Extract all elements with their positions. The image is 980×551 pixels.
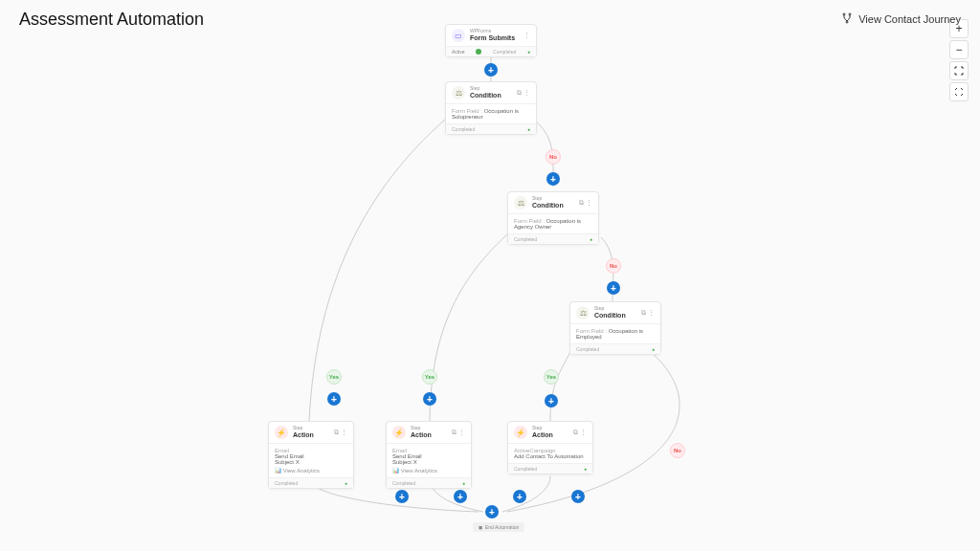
condition-node-2[interactable]: ⚖ Step Condition ⧉⋮ Form Field : Occupat… [507,191,599,245]
action2-analytics[interactable]: View Analytics [401,468,437,474]
cond1-footer: Completed [452,126,475,132]
add-step-button[interactable]: + [607,281,620,295]
add-step-button[interactable]: + [545,394,558,408]
kebab-icon[interactable]: ⋮ [458,429,465,436]
view-contact-journey-button[interactable]: View Contact Journey [841,12,961,26]
yes-badge: Yes [326,369,342,385]
no-badge: No [546,149,561,165]
yes-badge: Yes [544,369,559,385]
page-title: Assessment Automation [19,10,204,30]
kebab-icon[interactable]: ⋮ [341,429,347,436]
svg-point-0 [843,13,845,15]
kebab-icon[interactable]: ⋮ [648,309,655,317]
cond2-title: Condition [532,202,564,209]
action3-line1: Add Contact To Automation [514,453,587,459]
action-node-2[interactable]: ⚡ Step Action ⧉⋮ Email Send Email Subjec… [386,421,472,489]
condition-node-3[interactable]: ⚖ Step Condition ⧉⋮ Form Field : Occupat… [569,301,661,355]
action-node-3[interactable]: ⚡ Step Action ⧉⋮ ActiveCampaign Add Cont… [507,421,593,474]
scale-icon: ⚖ [576,306,590,320]
bolt-icon: ⚡ [514,426,527,439]
action2-title: Action [411,431,432,439]
action-node-1[interactable]: ⚡ Step Action ⧉⋮ Email Send Email Subjec… [268,421,354,489]
copy-icon[interactable]: ⧉ [517,89,522,97]
add-step-button[interactable]: + [484,63,498,77]
no-badge: No [606,258,621,274]
action2-line2: Subject X [392,459,465,465]
action1-analytics[interactable]: View Analytics [283,468,320,474]
kebab-icon[interactable]: ⋮ [586,199,592,207]
yes-badge: Yes [422,369,437,385]
kebab-icon[interactable]: ⋮ [523,89,530,97]
cond3-title: Condition [594,312,626,320]
add-step-button[interactable]: + [571,490,585,503]
scale-icon: ⚖ [514,196,527,209]
add-step-button[interactable]: + [327,392,341,406]
end-label: End Automation [485,524,519,530]
add-step-button[interactable]: + [513,490,526,503]
copy-icon[interactable]: ⧉ [334,429,339,436]
svg-point-1 [849,13,851,15]
copy-icon[interactable]: ⧉ [452,429,457,436]
action3-title: Action [532,431,553,439]
action2-footer: Completed [392,480,415,486]
add-step-button[interactable]: + [423,392,436,406]
cond3-footer: Completed [576,346,599,352]
copy-icon[interactable]: ⧉ [579,199,584,207]
add-step-button[interactable]: + [454,490,467,503]
kebab-icon[interactable]: ⋮ [580,429,587,436]
add-step-button[interactable]: + [485,505,499,518]
bolt-icon: ⚡ [275,426,288,439]
no-badge: No [670,443,685,458]
copy-icon[interactable]: ⧉ [641,309,646,317]
action3-footer: Completed [514,466,537,472]
end-node[interactable]: ◼ End Automation [473,522,524,532]
scale-icon: ⚖ [452,86,465,99]
branch-icon [841,12,853,26]
action1-footer: Completed [275,480,298,486]
action1-line2: Subject X [275,459,347,465]
action1-title: Action [293,431,314,439]
status-dot [476,49,481,55]
journey-button-label: View Contact Journey [858,13,961,25]
cond1-title: Condition [470,92,501,99]
trigger-status: Active [452,49,465,55]
bolt-icon: ⚡ [392,426,406,439]
automation-canvas[interactable]: ▭ WPForms Form Submits ⋮ Active Complete… [0,0,980,551]
add-step-button[interactable]: + [546,172,560,186]
trigger-completed: Completed [493,49,516,55]
cond2-footer: Completed [514,236,537,242]
add-step-button[interactable]: + [395,490,409,503]
condition-node-1[interactable]: ⚖ Step Condition ⧉⋮ Form Field : Occupat… [445,81,537,135]
copy-icon[interactable]: ⧉ [573,429,578,436]
stop-icon: ◼ [479,524,482,530]
